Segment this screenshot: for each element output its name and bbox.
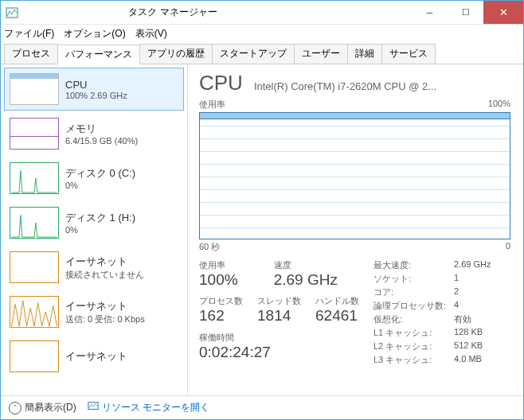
sidebar-item-label: イーサネット (65, 299, 145, 313)
svg-rect-0 (6, 8, 18, 18)
task-manager-window: タスク マネージャー ─ ☐ ✕ ファイル(F) オプション(O) 表示(V) … (0, 0, 524, 420)
virt-value: 有効 (454, 313, 491, 325)
sidebar-item-value: 100% 2.69 GHz (65, 91, 127, 100)
sidebar-item-value: 6.4/15.9 GB (40%) (65, 136, 138, 146)
tab-performance[interactable]: パフォーマンス (57, 45, 140, 64)
chart-label-util: 使用率 (199, 99, 225, 111)
up-value: 0:02:24:27 (199, 344, 359, 361)
sidebar-item-text: イーサネット接続されていません (65, 251, 144, 283)
resource-monitor-link[interactable]: リソース モニターを開く (88, 401, 209, 414)
sidebar-item-value: 接続されていません (65, 269, 144, 281)
tab-users[interactable]: ユーザー (294, 44, 348, 64)
close-button[interactable]: ✕ (483, 1, 523, 24)
fewer-details-button[interactable]: ˄ 簡易表示(D) (9, 401, 76, 414)
sidebar-item-disk-3[interactable]: ディスク 1 (H:)0% (4, 201, 184, 244)
chart-grid (200, 113, 510, 239)
main-panel: CPU Intel(R) Core(TM) i7-2620M CPU @ 2..… (188, 64, 523, 395)
chart-label-100: 100% (488, 99, 510, 111)
sidebar-item-cpu-0[interactable]: CPU100% 2.69 GHz (4, 68, 184, 111)
max-value: 2.69 GHz (454, 259, 491, 271)
tabbar: プロセス パフォーマンス アプリの履歴 スタートアップ ユーザー 詳細 サービス (1, 42, 523, 64)
menubar: ファイル(F) オプション(O) 表示(V) (1, 25, 523, 42)
sock-value: 1 (454, 273, 491, 285)
sidebar-item-value: 0% (65, 225, 135, 235)
footer: ˄ 簡易表示(D) リソース モニターを開く (1, 395, 523, 419)
core-label: コア: (373, 286, 446, 298)
minimize-button[interactable]: ─ (412, 1, 448, 24)
sidebar-item-value: 0% (65, 181, 135, 190)
sidebar[interactable]: CPU100% 2.69 GHzメモリ6.4/15.9 GB (40%)ディスク… (1, 64, 188, 395)
sidebar-item-text: メモリ6.4/15.9 GB (40%) (65, 118, 138, 150)
sidebar-item-text: イーサネット送信: 0 受信: 0 Kbps (65, 296, 145, 328)
sock-label: ソケット: (373, 273, 446, 285)
sidebar-item-label: ディスク 1 (H:) (65, 211, 135, 225)
tab-details[interactable]: 詳細 (347, 44, 382, 64)
sidebar-item-text: ディスク 1 (H:)0% (65, 207, 135, 239)
main-header: CPU Intel(R) Core(TM) i7-2620M CPU @ 2..… (199, 71, 510, 95)
hnd-value: 62461 (315, 307, 359, 325)
sidebar-item-text: CPU100% 2.69 GHz (65, 73, 127, 105)
stats-area: 使用率100% 速度2.69 GHz プロセス数162 スレッド数1814 ハン… (199, 259, 510, 366)
tab-processes[interactable]: プロセス (4, 44, 58, 64)
l2-value: 512 KB (454, 340, 491, 352)
eth-thumb-icon (10, 296, 59, 328)
menu-view[interactable]: 表示(V) (135, 27, 167, 41)
sidebar-item-disk-2[interactable]: ディスク 0 (C:)0% (4, 157, 184, 200)
hnd-label: ハンドル数 (315, 295, 359, 307)
mem-thumb-icon (10, 118, 59, 150)
sidebar-item-label: メモリ (65, 122, 138, 136)
sidebar-item-mem-1[interactable]: メモリ6.4/15.9 GB (40%) (4, 112, 184, 155)
app-icon (6, 6, 18, 19)
menu-file[interactable]: ファイル(F) (4, 27, 54, 41)
tab-startup[interactable]: スタートアップ (212, 44, 295, 64)
cpu-chart[interactable] (199, 112, 510, 239)
thr-label: スレッド数 (257, 295, 301, 307)
fewer-details-label: 簡易表示(D) (25, 401, 76, 414)
sidebar-item-label: CPU (65, 79, 127, 91)
l3-label: L3 キャッシュ: (373, 354, 446, 366)
sidebar-item-label: イーサネット (65, 349, 127, 364)
max-label: 最大速度: (373, 259, 446, 271)
l3-value: 4.0 MB (454, 354, 491, 366)
l2-label: L2 キャッシュ: (373, 340, 446, 352)
tab-app-history[interactable]: アプリの履歴 (139, 44, 213, 64)
sidebar-item-text: ディスク 0 (C:)0% (65, 162, 135, 194)
speed-value: 2.69 GHz (274, 271, 359, 289)
sidebar-item-eth-off-4[interactable]: イーサネット接続されていません (4, 246, 184, 289)
sidebar-item-eth-off-6[interactable]: イーサネット (4, 335, 184, 378)
disk-thumb-icon (10, 162, 59, 194)
sidebar-item-value: 送信: 0 受信: 0 Kbps (65, 313, 145, 325)
sidebar-item-label: ディスク 0 (C:) (65, 166, 135, 181)
cpu-model: Intel(R) Core(TM) i7-2620M CPU @ 2... (254, 80, 510, 92)
proc-value: 162 (199, 307, 243, 325)
l1-value: 128 KB (454, 327, 491, 339)
lp-value: 4 (454, 300, 491, 312)
eth-off-thumb-icon (10, 251, 59, 283)
maximize-button[interactable]: ☐ (448, 1, 483, 24)
monitor-icon (88, 401, 99, 414)
sidebar-item-eth-5[interactable]: イーサネット送信: 0 受信: 0 Kbps (4, 290, 184, 333)
util-value: 100% (199, 271, 260, 289)
cpu-title: CPU (199, 71, 243, 95)
virt-label: 仮想化: (373, 313, 446, 325)
util-label: 使用率 (199, 259, 260, 271)
lp-label: 論理プロセッサ数: (373, 300, 446, 312)
thr-value: 1814 (257, 307, 301, 325)
tab-services[interactable]: サービス (381, 44, 436, 64)
titlebar: タスク マネージャー ─ ☐ ✕ (1, 1, 523, 25)
disk-thumb-icon (10, 207, 59, 239)
proc-label: プロセス数 (199, 295, 243, 307)
resource-monitor-label: リソース モニターを開く (102, 401, 209, 414)
core-value: 2 (454, 286, 491, 298)
menu-options[interactable]: オプション(O) (64, 27, 125, 41)
chevron-up-icon: ˄ (9, 402, 22, 414)
cpu-thumb-icon (10, 73, 59, 105)
chart-top-labels: 使用率 100% (199, 99, 510, 111)
stats-left: 使用率100% 速度2.69 GHz プロセス数162 スレッド数1814 ハン… (199, 259, 359, 366)
svg-rect-1 (88, 402, 98, 410)
window-controls: ─ ☐ ✕ (412, 1, 523, 24)
speed-label: 速度 (274, 259, 359, 271)
up-label: 稼働時間 (199, 332, 359, 344)
stats-right: 最大速度:2.69 GHz ソケット:1 コア:2 論理プロセッサ数:4 仮想化… (373, 259, 491, 366)
sidebar-item-label: イーサネット (65, 255, 144, 269)
